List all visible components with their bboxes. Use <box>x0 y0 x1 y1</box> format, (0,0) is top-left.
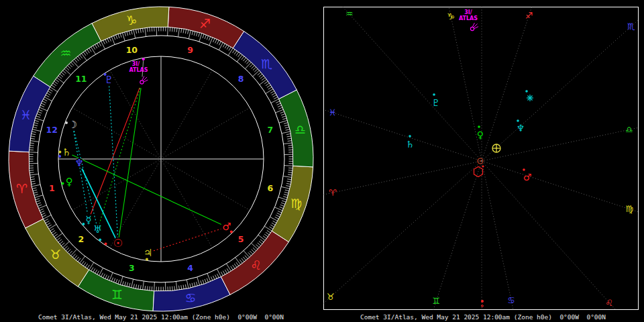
neptune-position-dot <box>58 155 61 158</box>
neptune-glyph: ♆ <box>74 157 83 169</box>
natal-wheel-chart: ♈♉♊♋♌♍♎♏♐♑♒♓123456789101112☉☽☿♀♂♃♄♅♆♇3I/… <box>0 0 322 322</box>
sign-glyph-taurus: ♉ <box>50 247 61 262</box>
planet-sun: ☉ <box>105 237 123 250</box>
aspect-moon-mercury <box>74 131 88 213</box>
comet-label-line2: ATLAS <box>129 67 148 73</box>
map-comet-label-line1: 3I/ <box>464 9 472 15</box>
map-object-earth <box>492 144 500 152</box>
sign-gemini: ♊ <box>78 270 154 311</box>
map-sign-cancer: ♋ <box>507 295 515 305</box>
house-number-6: 6 <box>267 183 273 193</box>
map-comet-label-line2: ATLAS <box>459 15 478 21</box>
map-sign-pisces: ♓ <box>329 107 337 117</box>
sun-glyph: ☉ <box>113 237 123 250</box>
pluto-glyph: ♇ <box>104 74 113 86</box>
sign-pisces: ♓ <box>9 76 50 152</box>
sky-map-panel: ♈♉♊♋♌♍♎♏♐♑♒♓3I/ATLAS♇♄♀♆♂ Comet 3I/Atlas… <box>322 0 644 322</box>
map-object-comet <box>474 165 484 176</box>
saturn-position-dot <box>58 150 61 153</box>
moon-glyph: ☽ <box>68 119 77 131</box>
map-sign-leo: ♌ <box>605 298 613 308</box>
house-number-5: 5 <box>238 234 244 244</box>
map-sign-virgo: ♍ <box>625 204 633 214</box>
house-number-7: 7 <box>267 125 273 135</box>
comet-label-line1: 3I/ <box>132 61 140 67</box>
sign-cancer: ♋ <box>153 277 230 311</box>
venus-position-dot <box>61 182 64 185</box>
sign-virgo: ♍ <box>272 166 313 241</box>
map-object-saturn: ♄ <box>406 135 415 150</box>
status-bar-left: Comet 3I/Atlas, Wed May 21 2025 12:00am … <box>0 313 322 321</box>
map-sign-aquarius: ♒ <box>345 9 354 19</box>
map-sign-aries: ♈ <box>329 188 337 198</box>
planet-moon: ☽ <box>65 119 77 131</box>
svg-text:♇: ♇ <box>432 97 441 108</box>
house-number-1: 1 <box>49 183 55 193</box>
map-sign-sagittarius: ♐ <box>525 11 533 21</box>
aspect-comet-sun <box>119 88 141 237</box>
sign-glyph-virgo: ♍ <box>290 196 302 211</box>
sign-glyph-capricorn: ♑ <box>125 13 137 28</box>
solar-system-map-chart: ♈♉♊♋♌♍♎♏♐♑♒♓3I/ATLAS♇♄♀♆♂ <box>322 0 644 322</box>
aspect-pluto-sun <box>109 86 118 237</box>
uranus-glyph: ♅ <box>93 223 102 235</box>
sign-leo: ♌ <box>221 231 288 294</box>
wheel-chart-panel: ♈♉♊♋♌♍♎♏♐♑♒♓123456789101112☉☽☿♀♂♃♄♅♆♇3I/… <box>0 0 322 322</box>
moon-position-dot <box>65 121 68 124</box>
planet-mars: ♂ <box>222 221 233 233</box>
sign-sagittarius: ♐ <box>168 7 244 48</box>
svg-text:♆: ♆ <box>517 123 525 133</box>
map-sign-libra: ♎ <box>625 125 633 135</box>
house-number-12: 12 <box>46 125 58 135</box>
aspect-comet-uranus <box>99 88 140 223</box>
svg-text:♂: ♂ <box>523 172 532 182</box>
planet-pluto: ♇ <box>104 73 113 86</box>
house-number-9: 9 <box>187 45 193 55</box>
saturn-glyph: ♄ <box>62 146 71 158</box>
sign-glyph-aries: ♈ <box>16 181 28 196</box>
house-number-10: 10 <box>126 45 138 55</box>
sign-aries: ♈ <box>9 151 43 228</box>
sun-position-dot <box>105 242 107 245</box>
map-object-venus: ♀ <box>477 125 484 140</box>
aspect-saturn-mars <box>72 155 221 225</box>
sign-glyph-leo: ♌ <box>250 258 262 272</box>
house-number-4: 4 <box>187 263 193 273</box>
house-number-2: 2 <box>78 234 85 244</box>
jupiter-glyph: ♃ <box>144 247 152 259</box>
sign-glyph-libra: ♎ <box>294 122 306 137</box>
mercury-glyph: ☿ <box>85 214 91 226</box>
map-sign-gemini: ♊ <box>433 296 441 306</box>
planet-uranus: ♅ <box>93 223 102 241</box>
sign-glyph-scorpio: ♏ <box>261 56 272 71</box>
aspect-jupiter-mars <box>154 229 221 251</box>
svg-text:♀: ♀ <box>477 129 484 140</box>
sign-glyph-aquarius: ♒ <box>60 46 72 60</box>
astrolog-window: ♈♉♊♋♌♍♎♏♐♑♒♓123456789101112☉☽☿♀♂♃♄♅♆♇3I/… <box>0 0 644 322</box>
uranus-position-dot <box>99 239 101 241</box>
sign-scorpio: ♏ <box>233 32 297 99</box>
map-sign-scorpio: ♏ <box>627 21 635 32</box>
house-number-11: 11 <box>75 74 87 84</box>
status-bar-right: Comet 3I/Atlas, Wed May 21 2025 12:00am … <box>322 313 644 321</box>
planet-venus: ♀ <box>61 176 72 188</box>
map-object-node-marker <box>481 300 484 307</box>
sign-libra: ♎ <box>279 90 313 167</box>
comet-position-dot <box>142 58 145 60</box>
sign-glyph-cancer: ♋ <box>185 290 197 305</box>
svg-text:♄: ♄ <box>406 139 415 150</box>
venus-glyph: ♀ <box>66 176 73 188</box>
sign-capricorn: ♑ <box>92 7 169 41</box>
sign-glyph-pisces: ♓ <box>20 107 32 122</box>
map-sign-taurus: ♉ <box>327 292 335 302</box>
aspect-comet-mercury <box>91 88 140 214</box>
map-object-uranus <box>525 90 533 101</box>
map-object-pluto: ♇ <box>432 93 441 108</box>
aspect-moon-uranus <box>74 131 96 223</box>
planet-mercury: ☿ <box>82 214 91 226</box>
sign-aquarius: ♒ <box>34 23 101 87</box>
house-cusp-lines <box>58 56 264 262</box>
house-number-8: 8 <box>238 74 244 84</box>
sign-glyph-gemini: ♊ <box>111 287 123 302</box>
planet-comet: 3I/ATLAS <box>129 58 148 84</box>
